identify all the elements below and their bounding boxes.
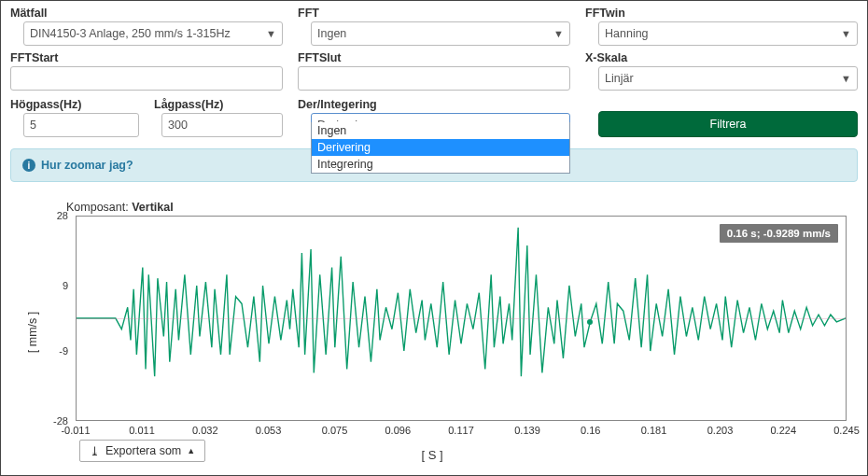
export-label: Exportera som <box>105 444 181 457</box>
filter-button[interactable]: Filtrera <box>598 111 858 137</box>
caret-down-icon: ▼ <box>553 28 564 39</box>
filter-button-label: Filtrera <box>710 118 747 131</box>
derint-option-integrering[interactable]: Integrering <box>312 156 569 173</box>
derint-option-ingen[interactable]: Ingen <box>312 122 569 139</box>
hogpass-label: Högpass(Hz) <box>10 98 139 111</box>
component-line: Komposant: Vertikal <box>66 201 858 214</box>
xskala-label: X-Skala <box>585 51 858 64</box>
lagpass-label: Lågpass(Hz) <box>154 98 283 111</box>
fft-label: FFT <box>298 7 570 20</box>
xskala-select[interactable]: Linjär ▼ <box>598 66 858 91</box>
export-button[interactable]: ⤓ Exportera som ▲ <box>79 440 205 462</box>
matfall-value: DIN4150-3 Anlage, 250 mm/s 1-315Hz <box>30 27 231 40</box>
derint-option-derivering[interactable]: Derivering <box>312 139 569 156</box>
caret-down-icon: ▼ <box>266 28 276 39</box>
chart-tooltip: 0.16 s; -0.9289 mm/s <box>720 224 838 243</box>
zero-line <box>77 318 846 319</box>
caret-down-icon: ▼ <box>841 73 851 84</box>
matfall-label: Mätfall <box>10 7 283 20</box>
fftslut-label: FFTSlut <box>298 51 570 64</box>
matfall-select[interactable]: DIN4150-3 Anlage, 250 mm/s 1-315Hz ▼ <box>23 21 283 46</box>
caret-down-icon: ▼ <box>841 28 851 39</box>
fftwin-value: Hanning <box>605 27 649 40</box>
x-axis-label: [ S ] <box>421 448 442 462</box>
fftwin-select[interactable]: Hanning ▼ <box>598 21 858 46</box>
derint-dropdown: Ingen Derivering Integrering <box>311 122 570 174</box>
hogpass-value: 5 <box>30 119 36 132</box>
caret-up-icon: ▲ <box>187 446 195 455</box>
fftwin-label: FFTwin <box>585 7 858 20</box>
alert-text: Hur zoomar jag? <box>41 159 133 172</box>
fft-select[interactable]: Ingen ▼ <box>311 21 570 46</box>
download-icon: ⤓ <box>90 444 100 458</box>
fftstart-input[interactable] <box>10 66 283 91</box>
xskala-value: Linjär <box>605 72 634 85</box>
component-value: Vertikal <box>132 201 173 214</box>
info-icon: i <box>22 159 35 172</box>
fft-value: Ingen <box>317 27 346 40</box>
x-axis-ticks: -0.0110.0110.0320.0530.0750.0960.1170.13… <box>76 425 847 440</box>
fftslut-input[interactable] <box>298 66 570 91</box>
fftstart-label: FFTStart <box>10 51 283 64</box>
chart-area: [ mm/s ] -28-9928 0.16 s; -0.9289 mm/s -… <box>16 216 848 449</box>
y-axis-label: [ mm/s ] <box>26 312 39 353</box>
lagpass-value: 300 <box>168 119 188 132</box>
y-axis-ticks: -28-9928 <box>40 216 72 421</box>
plot-box[interactable]: 0.16 s; -0.9289 mm/s <box>76 216 847 421</box>
cursor-dot <box>587 319 593 325</box>
hogpass-input[interactable]: 5 <box>23 113 139 137</box>
lagpass-input[interactable]: 300 <box>161 113 283 137</box>
derint-label: Der/Integering <box>298 98 570 111</box>
component-label: Komposant: <box>66 201 132 214</box>
